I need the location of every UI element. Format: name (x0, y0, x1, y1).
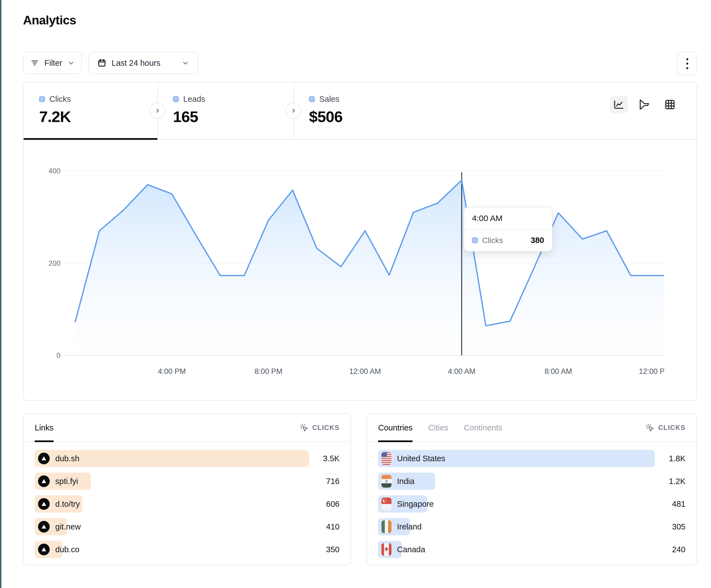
x-tick-label: 8:00 PM (255, 367, 283, 376)
kebab-dot (686, 58, 688, 60)
link-row[interactable]: dub.co350 (35, 541, 340, 558)
kebab-dot (686, 63, 688, 65)
y-tick-label: 400 (48, 167, 61, 175)
active-tab-underline (24, 138, 157, 140)
row-value: 716 (315, 477, 340, 486)
country-row[interactable]: Singapore481 (378, 495, 686, 513)
chevron-down-icon (181, 59, 189, 67)
row-label: git.new (55, 522, 81, 532)
x-tick-label: 12:00 AM (349, 367, 381, 376)
sg-flag-icon (382, 498, 391, 510)
row-value: 240 (661, 545, 686, 554)
tab-countries[interactable]: Countries (378, 414, 413, 442)
links-metric-selector[interactable]: CLICKS (300, 423, 340, 432)
tab-continents[interactable]: Continents (464, 414, 502, 442)
row-value: 606 (315, 499, 340, 509)
tooltip-series-value: 380 (531, 236, 544, 245)
expand-clicks-chevron-button[interactable] (149, 103, 166, 119)
ie-flag-icon (382, 520, 391, 533)
date-range-button[interactable]: Last 24 hours (88, 52, 198, 74)
country-row[interactable]: United States1.8K (378, 450, 686, 467)
cursor-click-icon (645, 423, 654, 432)
link-row[interactable]: spti.fyi716 (35, 473, 340, 490)
country-row[interactable]: Canada240 (378, 541, 686, 558)
chart-tooltip: 4:00 AM Clicks 380 (464, 207, 553, 252)
x-tick-label: 4:00 AM (448, 367, 475, 376)
tooltip-series-marker (472, 238, 478, 243)
dub-logo-icon (38, 453, 50, 464)
geo-panel: Countries Cities Continents CLICKS Unite… (366, 413, 697, 565)
line-chart-view-button[interactable] (610, 96, 628, 113)
countries-list: United States1.8KIndia1.2KSingapore481Ir… (367, 442, 696, 558)
sales-series-marker (309, 96, 315, 102)
row-value: 410 (315, 522, 340, 532)
dub-logo-icon (38, 475, 50, 487)
tab-cities-label: Cities (428, 423, 448, 432)
filter-button[interactable]: Filter (23, 52, 82, 74)
stat-tabs: Clicks 7.2K Leads 165 Sales $506 (24, 82, 696, 140)
link-row[interactable]: dub.sh3.5K (35, 450, 340, 467)
more-options-button[interactable] (677, 52, 697, 75)
bar-track: India (378, 473, 655, 490)
stat-value: $506 (309, 108, 432, 126)
tab-sales[interactable]: Sales $506 (294, 82, 432, 139)
row-content: dub.co (35, 541, 309, 558)
dub-logo-icon (38, 498, 50, 510)
row-content: India (378, 473, 655, 490)
row-label: United States (397, 454, 445, 463)
country-row[interactable]: India1.2K (378, 473, 686, 490)
calendar-icon (97, 58, 107, 68)
expand-leads-chevron-button[interactable] (285, 103, 302, 119)
stat-label: Clicks (49, 95, 71, 104)
geo-metric-selector[interactable]: CLICKS (645, 423, 686, 432)
row-label: Canada (397, 545, 425, 554)
stat-label: Sales (319, 95, 340, 104)
tab-links-label: Links (35, 423, 53, 432)
row-content: Singapore (378, 495, 655, 513)
x-tick-label: 12:00 PM (639, 367, 664, 376)
date-range-label: Last 24 hours (112, 59, 160, 68)
tab-cities[interactable]: Cities (428, 414, 448, 442)
links-panel: Links CLICKS dub.sh3.5Kspti.fyi716d.to/t… (23, 413, 351, 565)
funnel-view-button[interactable] (635, 96, 653, 113)
row-label: Ireland (397, 522, 422, 532)
tab-continents-label: Continents (464, 423, 502, 432)
link-row[interactable]: git.new410 (35, 518, 340, 535)
tab-leads[interactable]: Leads 165 (157, 82, 294, 139)
dub-logo-icon (38, 544, 50, 555)
row-label: d.to/try (55, 499, 80, 509)
bar-track: United States (378, 450, 655, 467)
area-fill (75, 180, 664, 355)
kebab-dot (686, 67, 688, 69)
row-label: spti.fyi (55, 477, 78, 486)
row-content: spti.fyi (35, 473, 309, 490)
links-list: dub.sh3.5Kspti.fyi716d.to/try606git.new4… (24, 442, 351, 558)
row-label: dub.sh (55, 454, 80, 463)
analytics-card: Clicks 7.2K Leads 165 Sales $506 (23, 82, 697, 401)
link-row[interactable]: d.to/try606 (35, 495, 340, 513)
in-flag-icon (382, 475, 391, 488)
area-chart-canvas[interactable]: 02004004:00 PM8:00 PM12:00 AM4:00 AM8:00… (42, 165, 664, 382)
country-row[interactable]: Ireland305 (378, 518, 686, 535)
table-view-button[interactable] (661, 96, 679, 113)
window-edge-accent (0, 0, 1, 588)
bar-track: d.to/try (35, 495, 309, 513)
stat-value: 165 (173, 108, 294, 126)
bar-track: Singapore (378, 495, 655, 513)
links-metric-label: CLICKS (312, 424, 340, 432)
tooltip-time: 4:00 AM (464, 207, 552, 230)
row-value: 481 (661, 499, 686, 509)
tab-links[interactable]: Links (35, 414, 53, 442)
bar-track: Canada (378, 541, 655, 558)
cursor-click-icon (300, 423, 308, 432)
row-value: 3.5K (315, 454, 340, 463)
row-content: git.new (35, 518, 309, 535)
row-label: dub.co (55, 545, 80, 554)
stat-label: Leads (183, 95, 205, 104)
row-label: India (397, 477, 414, 486)
filter-lines-icon (30, 58, 39, 68)
geo-metric-label: CLICKS (658, 424, 686, 432)
dub-logo-icon (38, 521, 50, 533)
tab-clicks[interactable]: Clicks 7.2K (24, 82, 157, 139)
tab-countries-label: Countries (378, 423, 413, 432)
